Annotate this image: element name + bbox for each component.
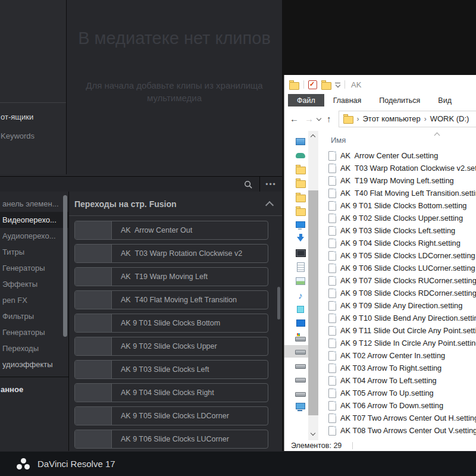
navigation-pane-item[interactable] <box>293 274 308 289</box>
bin-sidebar-item[interactable]: от-ящики <box>0 107 66 126</box>
file-icon <box>328 264 336 273</box>
effects-sidebar-item[interactable]: Переходы <box>0 340 68 356</box>
effects-sidebar-scrollbar[interactable] <box>63 195 67 337</box>
ribbon-tab[interactable]: Вид <box>429 94 461 107</box>
effects-sidebar-item[interactable]: удиоэффекты <box>0 356 68 372</box>
transition-item-label: AK T40 Flat Moving Left Transition <box>112 291 268 309</box>
navigation-pane-item[interactable] <box>293 372 308 387</box>
effects-sidebar-item[interactable]: Видеоперехо... <box>0 212 68 228</box>
transition-item[interactable]: AK T19 Warp Moving Left <box>74 267 268 286</box>
effects-sidebar-item[interactable]: Аудиоперехо... <box>0 228 68 244</box>
explorer-titlebar[interactable]: AK <box>284 75 476 94</box>
chevron-up-icon[interactable] <box>265 201 274 209</box>
navigation-pane-item[interactable] <box>293 149 308 163</box>
column-header-name[interactable]: Имя <box>331 136 346 145</box>
transition-item[interactable]: AK 9 T03 Slide Clocks Left <box>74 360 268 379</box>
file-name: AK 9 T01 Slide Clocks Bottom.setting <box>340 201 466 210</box>
up-icon[interactable]: ↑ <box>327 114 331 124</box>
navigation-pane-item[interactable] <box>293 134 308 149</box>
file-row[interactable]: AK T07 Two Arrows Center Out H.setting <box>318 412 476 424</box>
navigation-pane-item[interactable] <box>293 246 308 261</box>
file-row[interactable]: AK 9 T12 Slide In Circle Any Point.setti… <box>318 337 476 349</box>
properties-check-icon[interactable] <box>308 80 317 89</box>
file-row[interactable]: AK T06 Arrow To Down.setting <box>318 399 476 412</box>
address-bar[interactable]: › Этот компьютер › WORK (D:) <box>339 111 476 127</box>
ribbon-tab[interactable]: Главная <box>324 94 371 107</box>
navigation-pane-item[interactable] <box>293 177 308 191</box>
history-dropdown-icon[interactable] <box>317 115 321 120</box>
navigation-pane-item[interactable] <box>293 190 308 205</box>
navigation-pane-item[interactable] <box>293 162 308 177</box>
file-row[interactable]: AK Arrow Center Out.setting <box>318 149 476 162</box>
scrollbar-thumb[interactable] <box>308 190 318 415</box>
scroll-down-icon[interactable] <box>311 431 315 436</box>
file-row[interactable]: AK 9 T11 Slide Out Circle Any Point.sett… <box>318 324 476 337</box>
navigation-pane-item[interactable] <box>293 317 308 331</box>
effects-sidebar-item[interactable]: pen FX <box>0 292 68 308</box>
scroll-up-icon[interactable] <box>311 134 315 139</box>
file-row[interactable]: AK 9 T06 Slide Clocks LUCorner.setting <box>318 262 476 274</box>
navigation-pane-item[interactable] <box>293 302 308 317</box>
navigation-pane-item[interactable] <box>293 386 308 400</box>
file-row[interactable]: AK T02 Arrow Center In.setting <box>318 349 476 362</box>
transition-item[interactable]: AK T03 Warp Rotation Clockwise v2 <box>74 244 268 263</box>
file-row[interactable]: AK 9 T01 Slide Clocks Bottom.setting <box>318 199 476 212</box>
navigation-pane-item[interactable] <box>293 261 308 275</box>
taskbar-app-label[interactable]: DaVinci Resolve 17 <box>37 459 115 469</box>
back-icon[interactable]: ← <box>290 114 299 124</box>
file-row[interactable]: AK 9 T02 Slide Clocks Upper.setting <box>318 212 476 224</box>
navigation-pane-item[interactable] <box>293 358 308 372</box>
file-row[interactable]: AK T03 Warp Rotation Clockwise v2.setti.… <box>318 162 476 174</box>
file-row[interactable]: AK T19 Warp Moving Left.setting <box>318 174 476 187</box>
file-row[interactable]: AK 9 T05 Slide Clocks LDCorner.setting <box>318 249 476 262</box>
file-row[interactable]: AK 9 T03 Slide Clocks Left.setting <box>318 224 476 237</box>
breadcrumb-item[interactable]: WORK (D:) <box>430 114 469 123</box>
file-row[interactable]: AK 9 T09 Slide Any Direction.setting <box>318 299 476 312</box>
effects-sidebar-favorites[interactable]: анное <box>0 381 69 397</box>
navigation-pane-item[interactable] <box>293 218 308 233</box>
navigation-pane-item[interactable] <box>293 400 308 415</box>
effects-sidebar-item[interactable]: Фильтры <box>0 308 68 324</box>
navigation-pane-item[interactable] <box>293 345 308 359</box>
effects-sidebar-item[interactable]: Генераторы <box>0 324 68 340</box>
breadcrumb-item[interactable]: Этот компьютер <box>363 114 421 123</box>
effects-sidebar-item[interactable]: Эффекты <box>0 276 68 292</box>
options-menu-button[interactable]: ••• <box>260 180 282 189</box>
file-row[interactable]: AK 9 T10 Slide Bend Any Direction.settin… <box>318 312 476 324</box>
file-row[interactable]: AK T40 Flat Moving Left Transition.setti… <box>318 187 476 199</box>
file-row[interactable]: AK 9 T07 Slide Clocks RUCorner.setting <box>318 274 476 287</box>
navigation-pane-item[interactable] <box>293 330 308 345</box>
effects-sidebar-item[interactable]: Генераторы <box>0 260 68 276</box>
transition-item[interactable]: AK T40 Flat Moving Left Transition <box>74 290 268 309</box>
transition-item[interactable]: AK 9 T02 Slide Clocks Upper <box>74 337 268 356</box>
folder-icon <box>289 82 299 90</box>
file-row[interactable]: AK 9 T04 Slide Clocks Right.setting <box>318 237 476 249</box>
file-row[interactable]: AK T03 Arrow To Right.setting <box>318 362 476 374</box>
transition-item[interactable]: AK 9 T01 Slide Clocks Bottom <box>74 314 268 333</box>
davinci-resolve-logo-icon[interactable] <box>17 458 30 470</box>
new-folder-icon[interactable] <box>321 82 331 90</box>
toolbar-dropdown-icon[interactable] <box>335 83 340 87</box>
navigation-pane-item[interactable] <box>293 233 308 247</box>
windows-disk-icon <box>295 337 306 342</box>
file-row[interactable]: AK T04 Arrow To Left.setting <box>318 374 476 387</box>
transition-item[interactable]: AK 9 T06 Slide Clocks LUCorner <box>74 430 268 449</box>
file-icon <box>328 351 336 361</box>
search-button[interactable] <box>237 177 259 192</box>
navigation-pane-scrollbar[interactable] <box>308 131 318 440</box>
transition-item[interactable]: AK Arrow Center Out <box>74 221 268 240</box>
bin-sidebar-item[interactable]: Keywords <box>0 126 66 145</box>
ribbon-tab[interactable]: Файл <box>288 94 324 107</box>
transition-item[interactable]: AK 9 T04 Slide Clocks Right <box>74 383 268 402</box>
transitions-panel-scrollbar[interactable] <box>277 287 280 320</box>
file-row[interactable]: AK T05 Arrow To Up.setting <box>318 387 476 399</box>
effects-sidebar-item[interactable]: анель элемен... <box>0 196 68 212</box>
transition-item[interactable]: AK 9 T05 Slide Clocks LDCorner <box>74 406 268 425</box>
file-row[interactable]: AK T08 Two Arrows Center Out V.setting <box>318 424 476 437</box>
effects-sidebar-item[interactable]: Титры <box>0 244 68 260</box>
navigation-pane-item[interactable]: ♪ <box>293 289 308 303</box>
file-icon <box>328 414 336 423</box>
navigation-pane-item[interactable] <box>293 205 308 219</box>
file-row[interactable]: AK 9 T08 Slide Clocks RDCorner.setting <box>318 287 476 299</box>
ribbon-tab[interactable]: Поделиться <box>370 94 429 107</box>
